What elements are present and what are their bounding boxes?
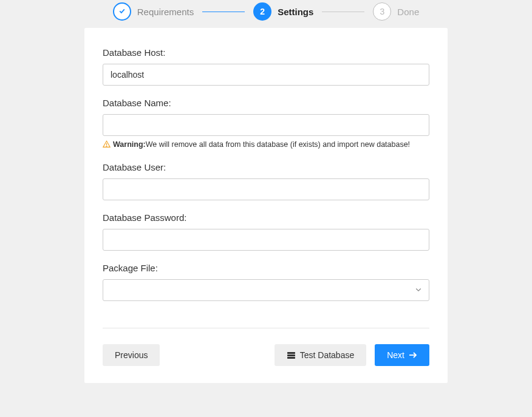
stepper-line-2	[322, 12, 364, 12]
package-file-group: Package File:	[103, 263, 429, 301]
test-database-button-label: Test Database	[300, 350, 355, 360]
package-file-label: Package File:	[103, 263, 429, 273]
db-user-group: Database User:	[103, 162, 429, 200]
stepper-line-1	[202, 12, 245, 12]
db-name-group: Database Name: Warning:We will remove al…	[103, 98, 429, 150]
button-row: Previous Test Database Next	[103, 344, 429, 366]
step-requirements: Requirements	[113, 2, 194, 21]
db-password-input[interactable]	[103, 229, 429, 251]
stepper: Requirements 2 Settings 3 Done	[0, 0, 532, 28]
warning-icon	[103, 140, 111, 150]
step-settings-label: Settings	[278, 7, 313, 17]
step-done: 3 Done	[373, 2, 419, 21]
database-icon	[287, 351, 296, 359]
settings-card: Database Host: Database Name: Warning:We…	[84, 28, 448, 383]
warning-message-text: We will remove all data from this databa…	[146, 140, 410, 149]
db-host-label: Database Host:	[103, 47, 429, 58]
next-button[interactable]: Next	[375, 344, 429, 366]
check-icon	[118, 7, 126, 16]
svg-rect-4	[287, 357, 295, 359]
next-button-label: Next	[387, 350, 404, 360]
previous-button-label: Previous	[115, 350, 148, 360]
db-host-input[interactable]	[103, 64, 429, 86]
db-password-label: Database Password:	[103, 212, 429, 223]
previous-button[interactable]: Previous	[103, 344, 160, 366]
step-done-circle: 3	[373, 2, 391, 21]
db-host-group: Database Host:	[103, 47, 429, 86]
step-done-label: Done	[397, 7, 419, 17]
divider	[103, 328, 429, 328]
step-settings: 2 Settings	[253, 2, 313, 21]
step-done-number: 3	[380, 7, 384, 16]
db-user-label: Database User:	[103, 162, 429, 172]
warning-label-text: Warning:	[113, 140, 146, 149]
arrow-right-icon	[409, 352, 417, 358]
db-name-label: Database Name:	[103, 98, 429, 108]
step-requirements-circle	[113, 2, 131, 21]
package-file-select[interactable]	[103, 279, 429, 301]
db-name-warning: Warning:We will remove all data from thi…	[103, 140, 429, 150]
step-settings-circle: 2	[253, 2, 271, 21]
svg-rect-3	[287, 354, 295, 356]
db-password-group: Database Password:	[103, 212, 429, 251]
test-database-button[interactable]: Test Database	[275, 344, 367, 366]
db-name-input[interactable]	[103, 114, 429, 136]
step-requirements-label: Requirements	[137, 7, 194, 17]
step-settings-number: 2	[260, 7, 265, 16]
svg-rect-2	[287, 351, 295, 353]
db-user-input[interactable]	[103, 178, 429, 200]
svg-point-1	[106, 146, 107, 146]
